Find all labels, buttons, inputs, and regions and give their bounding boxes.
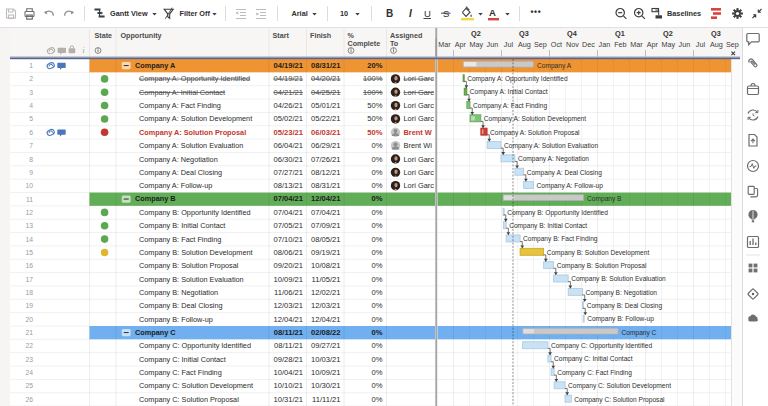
svg-text:07/04/21: 07/04/21 <box>311 208 341 217</box>
svg-text:Company B: Company B <box>135 194 176 203</box>
svg-text:Company B: Deal Closing: Company B: Deal Closing <box>139 301 223 310</box>
svg-text:Company C: Solution Developmen: Company C: Solution Development <box>568 382 671 390</box>
svg-text:Company C: Fact Finding: Company C: Fact Finding <box>557 369 632 377</box>
svg-text:0%: 0% <box>372 194 383 203</box>
svg-text:Dec: Dec <box>582 40 595 49</box>
svg-text:Lori Garc: Lori Garc <box>404 168 435 177</box>
svg-text:Lori Garc: Lori Garc <box>404 88 435 97</box>
svg-text:10/04/21: 10/04/21 <box>273 368 303 377</box>
svg-text:20: 20 <box>25 316 33 323</box>
svg-text:23: 23 <box>25 356 33 363</box>
svg-text:06/04/21: 06/04/21 <box>273 141 303 150</box>
svg-text:08/31/21: 08/31/21 <box>311 61 341 70</box>
svg-text:Company A: Deal Closing: Company A: Deal Closing <box>139 168 222 177</box>
svg-text:08/11/21: 08/11/21 <box>274 328 304 337</box>
svg-text:07/04/21: 07/04/21 <box>273 194 303 203</box>
svg-text:02/08/22: 02/08/22 <box>311 328 341 337</box>
svg-text:Start: Start <box>273 31 290 40</box>
svg-text:07/04/21: 07/04/21 <box>273 208 303 217</box>
svg-text:09/19/21: 09/19/21 <box>311 248 341 257</box>
svg-text:Lori Garc: Lori Garc <box>404 181 435 190</box>
svg-text:Company A: Initial Contact: Company A: Initial Contact <box>470 88 548 96</box>
svg-text:Company A: Follow-up: Company A: Follow-up <box>537 182 604 190</box>
svg-text:Feb: Feb <box>614 40 626 49</box>
svg-text:Company C: Company C <box>622 329 657 337</box>
svg-text:1: 1 <box>29 62 33 69</box>
svg-text:05/01/21: 05/01/21 <box>311 101 341 110</box>
svg-text:9: 9 <box>29 169 33 176</box>
svg-text:Company B: Solution Proposal: Company B: Solution Proposal <box>557 262 647 270</box>
svg-text:8: 8 <box>29 156 33 163</box>
svg-text:0%: 0% <box>372 181 383 190</box>
svg-text:12/03/21: 12/03/21 <box>273 301 303 310</box>
svg-text:09/20/21: 09/20/21 <box>273 261 303 270</box>
svg-text:Lori Garc: Lori Garc <box>404 155 435 164</box>
svg-text:Jun: Jun <box>679 40 691 49</box>
svg-text:Company A: Opportunity Identif: Company A: Opportunity Identified <box>467 75 568 83</box>
svg-text:12: 12 <box>25 209 33 216</box>
svg-text:7: 7 <box>29 142 33 149</box>
svg-text:10/09/21: 10/09/21 <box>311 368 341 377</box>
svg-text:6: 6 <box>29 129 33 136</box>
svg-text:Company C: Solution Proposal: Company C: Solution Proposal <box>139 395 239 404</box>
svg-text:04/20/21: 04/20/21 <box>311 74 341 83</box>
svg-text:09/27/21: 09/27/21 <box>311 341 341 350</box>
svg-text:07/05/21: 07/05/21 <box>273 221 303 230</box>
svg-text:Company C: Initial Contact: Company C: Initial Contact <box>139 355 226 364</box>
svg-text:05/23/21: 05/23/21 <box>273 128 303 137</box>
svg-text:07/26/21: 07/26/21 <box>311 155 341 164</box>
svg-text:0%: 0% <box>372 221 383 230</box>
svg-text:Apr: Apr <box>647 40 659 49</box>
svg-text:Q3: Q3 <box>711 29 721 38</box>
svg-text:Opportunity: Opportunity <box>121 31 162 40</box>
svg-text:Aug: Aug <box>518 40 531 49</box>
svg-text:Company A: Deal Closing: Company A: Deal Closing <box>527 169 602 177</box>
svg-text:Finish: Finish <box>310 31 331 40</box>
svg-text:Company B: Negotiation: Company B: Negotiation <box>586 289 658 297</box>
svg-text:Q4: Q4 <box>567 29 578 38</box>
svg-text:Lori Garc: Lori Garc <box>404 101 435 110</box>
svg-text:100%: 100% <box>363 74 383 83</box>
svg-text:Company C: Company C <box>135 328 176 337</box>
svg-text:Company A: Solution Evaluation: Company A: Solution Evaluation <box>504 142 599 150</box>
svg-text:Jul: Jul <box>504 40 514 49</box>
svg-text:To: To <box>390 39 399 48</box>
svg-text:Lori Garc: Lori Garc <box>404 74 435 83</box>
svg-text:11/05/21: 11/05/21 <box>312 275 341 284</box>
svg-text:Company A: Opportunity Identif: Company A: Opportunity Identified <box>139 74 250 83</box>
svg-text:0%: 0% <box>372 301 383 310</box>
svg-text:09/28/21: 09/28/21 <box>273 355 303 364</box>
svg-text:B: B <box>386 8 393 19</box>
svg-text:0%: 0% <box>372 368 383 377</box>
svg-text:Company A: Fact Finding: Company A: Fact Finding <box>473 102 547 110</box>
svg-text:100%: 100% <box>363 88 383 97</box>
svg-text:25: 25 <box>25 382 33 389</box>
svg-text:10/31/21: 10/31/21 <box>273 395 303 404</box>
svg-text:State: State <box>95 31 113 40</box>
svg-text:Company B: Solution Developmen: Company B: Solution Development <box>547 249 650 257</box>
svg-text:11/06/21: 11/06/21 <box>274 288 303 297</box>
svg-text:Q1: Q1 <box>615 29 625 38</box>
svg-text:U: U <box>424 8 431 19</box>
svg-text:07/27/21: 07/27/21 <box>273 168 303 177</box>
svg-text:0%: 0% <box>372 341 383 350</box>
svg-text:Complete: Complete <box>348 39 381 48</box>
svg-text:5: 5 <box>29 115 33 122</box>
svg-text:I: I <box>409 8 412 19</box>
svg-text:21: 21 <box>25 329 33 336</box>
svg-text:Company B: Fact Finding: Company B: Fact Finding <box>523 235 598 243</box>
svg-text:Baselines: Baselines <box>667 9 701 18</box>
svg-text:Aug: Aug <box>710 40 723 49</box>
svg-text:Company B: Solution Proposal: Company B: Solution Proposal <box>139 261 239 270</box>
svg-text:Sep: Sep <box>534 40 547 49</box>
svg-text:0%: 0% <box>372 395 383 404</box>
svg-text:Company A: Negotiation: Company A: Negotiation <box>139 155 218 164</box>
svg-text:26: 26 <box>25 396 33 403</box>
svg-text:22: 22 <box>25 342 33 349</box>
svg-text:14: 14 <box>25 236 33 243</box>
svg-text:11: 11 <box>26 196 33 203</box>
svg-text:08/11/21: 08/11/21 <box>274 341 303 350</box>
svg-text:0%: 0% <box>372 288 383 297</box>
svg-text:Company C: Solution Developmen: Company C: Solution Development <box>139 381 253 390</box>
svg-text:10: 10 <box>340 9 348 18</box>
